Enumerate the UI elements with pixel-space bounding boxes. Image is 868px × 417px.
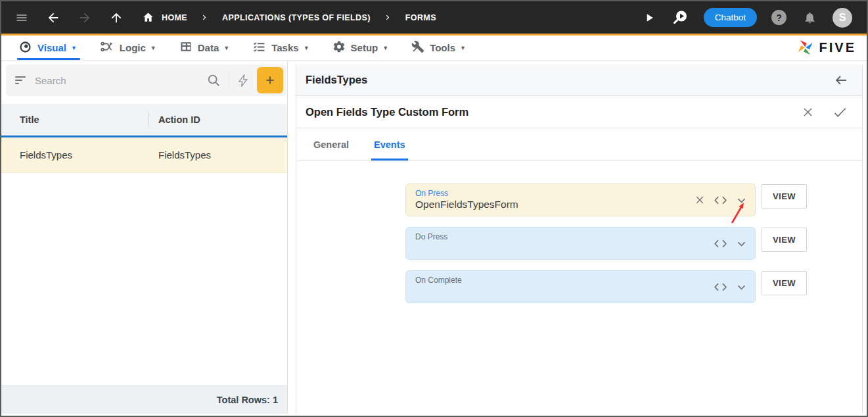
list-table-header: Title Action ID (1, 104, 287, 135)
plus-icon (263, 74, 277, 87)
do-press-field[interactable]: Do Press (405, 227, 756, 260)
menubar: Visual ▼ Logic ▼ Data ▼ (1, 36, 867, 61)
detail-title: FieldsTypes (306, 74, 367, 86)
checklist-icon (252, 40, 266, 56)
five-brand-logo: FIVE (796, 36, 867, 60)
form-title: Open Fields Type Custom Form (306, 106, 468, 118)
tab-events[interactable]: Events (371, 128, 408, 160)
form-tabs: General Events (296, 128, 862, 161)
tab-general[interactable]: General (311, 128, 352, 160)
back-arrow-icon[interactable] (45, 9, 62, 26)
menu-item-label: Tasks (271, 42, 298, 53)
caret-down-icon: ▼ (304, 45, 309, 51)
search-toolbar (6, 64, 286, 96)
clear-x-icon[interactable] (695, 195, 705, 205)
user-avatar[interactable]: S (833, 8, 852, 28)
detail-title-bar: FieldsTypes (296, 64, 862, 96)
chevron-down-icon[interactable] (736, 238, 747, 249)
run-play-icon[interactable] (641, 9, 658, 26)
search-input[interactable] (35, 75, 206, 86)
menu-item-label: Logic (120, 42, 146, 53)
view-button[interactable]: VIEW (762, 271, 807, 295)
add-record-button[interactable] (257, 67, 283, 93)
menu-item-label: Visual (37, 42, 66, 53)
search-icon[interactable] (206, 73, 221, 87)
row-action-id-cell: FieldsTypes (148, 149, 287, 160)
home-icon[interactable] (139, 9, 156, 26)
field-row-do-press: Do Press VIEW (405, 227, 862, 260)
chevron-down-icon[interactable] (736, 195, 747, 206)
chatbot-button[interactable]: Chatbot (704, 8, 757, 27)
view-button[interactable]: VIEW (762, 184, 807, 208)
caret-down-icon: ▼ (382, 45, 388, 51)
content-area: Title Action ID FieldsTypes FieldsTypes … (1, 61, 867, 414)
caret-down-icon: ▼ (71, 45, 77, 51)
notifications-bell-icon[interactable] (801, 9, 818, 26)
cancel-x-button[interactable] (802, 106, 814, 118)
menu-item-label: Setup (351, 42, 378, 53)
breadcrumb-chevron-icon (384, 13, 392, 22)
events-fields: On Press OpenFieldsTypesForm (296, 161, 862, 314)
chevron-down-icon[interactable] (736, 282, 747, 293)
flow-icon (100, 39, 114, 56)
brand-wordmark: FIVE (819, 40, 856, 55)
field-label: Do Press (415, 232, 746, 241)
app-window: HOME APPLICATIONS (TYPES OF FIELDS) FORM… (0, 0, 868, 417)
list-empty-space (1, 173, 287, 385)
column-header-action-id[interactable]: Action ID (149, 114, 287, 125)
breadcrumb-forms[interactable]: FORMS (405, 13, 436, 22)
search-run-icon[interactable] (672, 9, 689, 26)
forward-arrow-icon[interactable] (76, 9, 93, 26)
menu-item-label: Data (198, 42, 219, 53)
wrench-icon (411, 40, 424, 55)
menu-item-setup[interactable]: Setup ▼ (325, 36, 404, 60)
menu-item-tasks[interactable]: Tasks ▼ (244, 36, 324, 60)
code-icon[interactable] (714, 239, 727, 249)
on-press-field[interactable]: On Press OpenFieldsTypesForm (405, 184, 756, 216)
menu-item-visual[interactable]: Visual ▼ (11, 36, 92, 60)
total-rows-footer: Total Rows: 1 (1, 385, 287, 414)
breadcrumb-applications[interactable]: APPLICATIONS (TYPES OF FIELDS) (222, 13, 371, 22)
caret-down-icon: ▼ (223, 45, 229, 51)
column-header-title[interactable]: Title (1, 114, 148, 125)
table-icon (179, 40, 193, 55)
detail-panel: FieldsTypes Open Fields Type Custom Form (296, 64, 863, 414)
filter-sort-icon[interactable] (15, 76, 26, 84)
menu-item-tools[interactable]: Tools ▼ (403, 36, 481, 60)
menu-item-logic[interactable]: Logic ▼ (92, 36, 171, 60)
breadcrumb-home[interactable]: HOME (162, 13, 187, 22)
menu-item-data[interactable]: Data ▼ (171, 36, 244, 60)
eye-icon (18, 40, 32, 56)
row-title-cell: FieldsTypes (1, 149, 148, 160)
field-label: On Complete (415, 276, 746, 285)
field-row-on-press: On Press OpenFieldsTypesForm (405, 184, 862, 216)
form-title-bar: Open Fields Type Custom Form (296, 96, 862, 128)
caret-down-icon: ▼ (460, 45, 466, 51)
save-check-button[interactable] (833, 105, 848, 120)
caret-down-icon: ▼ (150, 45, 156, 51)
field-row-on-complete: On Complete VIEW (405, 270, 862, 303)
up-arrow-icon[interactable] (108, 9, 125, 26)
left-list-panel: Title Action ID FieldsTypes FieldsTypes … (1, 61, 288, 414)
table-row[interactable]: FieldsTypes FieldsTypes (1, 137, 287, 173)
help-icon[interactable]: ? (771, 10, 787, 25)
code-icon[interactable] (714, 195, 727, 205)
menu-icon[interactable] (13, 9, 30, 26)
quick-action-bolt-icon[interactable] (236, 73, 251, 88)
gear-icon (332, 40, 346, 55)
total-rows-text: Total Rows: 1 (217, 395, 278, 405)
five-pinwheel-icon (796, 39, 814, 57)
on-complete-field[interactable]: On Complete (405, 270, 756, 303)
breadcrumb-chevron-icon (200, 13, 209, 22)
topbar: HOME APPLICATIONS (TYPES OF FIELDS) FORM… (1, 1, 867, 36)
code-icon[interactable] (714, 282, 727, 292)
back-arrow-button[interactable] (833, 72, 849, 88)
view-button[interactable]: VIEW (762, 228, 807, 252)
menu-item-label: Tools (430, 42, 455, 53)
toolbar-divider (229, 72, 229, 89)
